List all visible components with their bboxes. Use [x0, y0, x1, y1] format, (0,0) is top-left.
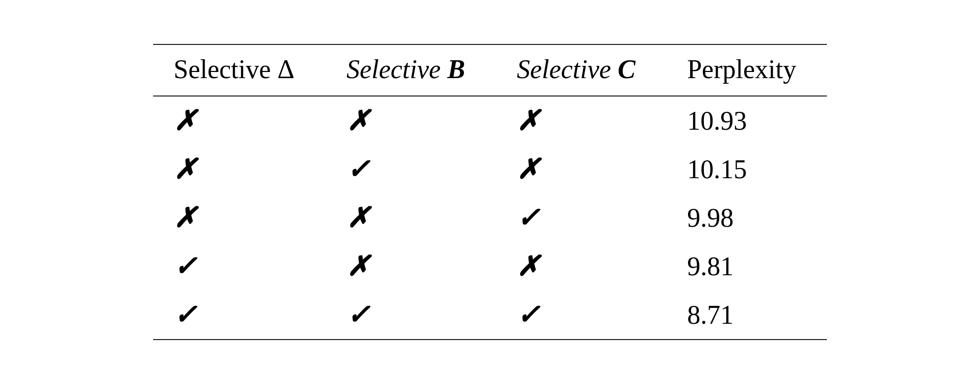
- col-c-italic: C: [618, 55, 635, 84]
- col-b-italic: B: [447, 55, 465, 84]
- cell-delta-2: ✗: [153, 145, 326, 194]
- table-row: ✗ ✗ ✗ 10.93: [153, 96, 827, 145]
- cell-delta-4: ✓: [153, 242, 326, 291]
- col-header-c: Selective C: [496, 44, 667, 96]
- cell-b-2: ✓: [326, 145, 497, 194]
- cell-perplexity-2: 10.15: [667, 145, 827, 194]
- cell-perplexity-3: 9.98: [667, 194, 827, 242]
- cell-b-5: ✓: [326, 291, 497, 340]
- col-header-delta: Selective Δ: [153, 44, 326, 96]
- table-row: ✗ ✗ ✓ 9.98: [153, 194, 827, 242]
- col-header-b: Selective B: [326, 44, 497, 96]
- cell-c-2: ✗: [496, 145, 667, 194]
- cell-c-1: ✗: [496, 96, 667, 145]
- cell-c-3: ✓: [496, 194, 667, 242]
- cell-b-3: ✗: [326, 194, 497, 242]
- table-row: ✗ ✓ ✗ 10.15: [153, 145, 827, 194]
- cell-c-4: ✗: [496, 242, 667, 291]
- cell-perplexity-1: 10.93: [667, 96, 827, 145]
- cell-perplexity-4: 9.81: [667, 242, 827, 291]
- cell-perplexity-5: 8.71: [667, 291, 827, 340]
- cell-b-4: ✗: [326, 242, 497, 291]
- table-row: ✓ ✗ ✗ 9.81: [153, 242, 827, 291]
- header-row: Selective Δ Selective B Selective C Perp…: [153, 44, 827, 96]
- cell-delta-5: ✓: [153, 291, 326, 340]
- table-container: Selective Δ Selective B Selective C Perp…: [133, 34, 847, 350]
- cell-delta-1: ✗: [153, 96, 326, 145]
- cell-delta-3: ✗: [153, 194, 326, 242]
- cell-b-1: ✗: [326, 96, 497, 145]
- col-header-perplexity: Perplexity: [667, 44, 827, 96]
- results-table: Selective Δ Selective B Selective C Perp…: [153, 44, 827, 340]
- table-row: ✓ ✓ ✓ 8.71: [153, 291, 827, 340]
- cell-c-5: ✓: [496, 291, 667, 340]
